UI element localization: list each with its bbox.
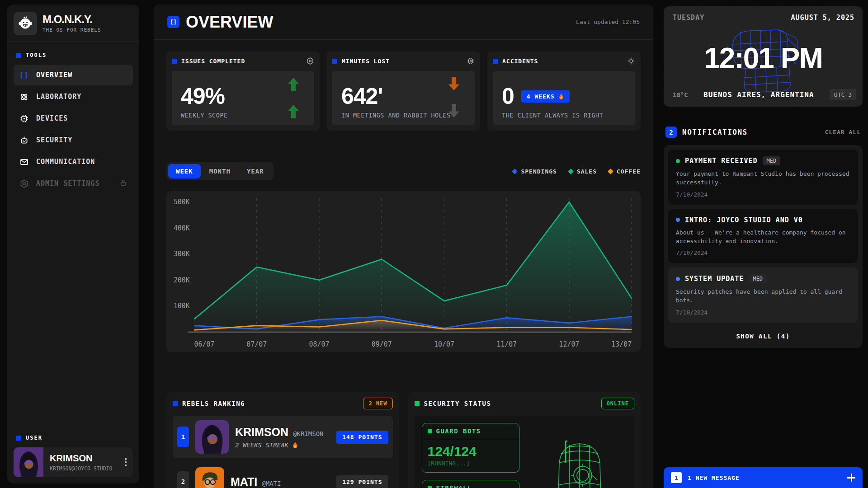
card-bullet <box>332 59 337 64</box>
sidebar-item-label: DEVICES <box>36 114 68 122</box>
user-email: KRIMSON@JOYCO.STUDIO <box>50 465 118 472</box>
svg-text:06/07: 06/07 <box>194 340 215 348</box>
lock-icon <box>119 178 127 189</box>
notification-body: Security patches have been applied to al… <box>676 288 850 305</box>
plus-icon[interactable] <box>847 474 855 482</box>
legend-sales[interactable]: SALES <box>569 168 597 175</box>
avatar <box>195 467 224 488</box>
section-title: SECURITY STATUS <box>424 400 491 407</box>
svg-text:12/07: 12/07 <box>559 340 580 348</box>
main-header: [] OVERVIEW Last updated 12:05 <box>154 5 653 40</box>
sidebar: M.O.N.K.Y. THE OS FOR REBELS TOOLS [] OV… <box>7 5 139 483</box>
stat-card-minutes: MINUTES LOST 642' IN MEETINGS AND RABBIT… <box>327 52 480 131</box>
rank-badge: 1 <box>177 427 189 447</box>
chip-gear-icon[interactable] <box>467 57 475 65</box>
last-updated: Last updated 12:05 <box>576 19 640 25</box>
security-panel: GUARD BOTS 124/124 [RUNNING...] FIREWALL <box>415 416 635 488</box>
tab-week[interactable]: WEEK <box>168 164 201 178</box>
sidebar-item-label: ADMIN SETTINGS <box>36 179 99 188</box>
module-label: GUARD BOTS <box>436 427 481 435</box>
stat-cards-row: ISSUES COMPLETED 49% WEEKLY SCOPE <box>166 52 641 131</box>
clock-card: TUESDAY AUGUST 5, 2025 12:01 PM 18°C BUE… <box>664 6 863 107</box>
tools-section-label: TOOLS <box>16 52 133 58</box>
user-card[interactable]: KRIMSON KRIMSON@JOYCO.STUDIO <box>14 447 133 477</box>
stat-value: 0 <box>502 85 514 108</box>
module-state: [RUNNING...] <box>422 460 519 472</box>
section-bullet <box>16 436 21 441</box>
rebel-handle: @KRIMSON <box>293 430 323 437</box>
new-count-badge: 2 NEW <box>363 398 392 409</box>
online-status-badge: ONLINE <box>601 398 634 409</box>
user-menu-dots-icon[interactable] <box>118 458 133 466</box>
sidebar-item-security[interactable]: SECURITY <box>14 130 133 150</box>
section-bullet <box>415 401 420 406</box>
trend-up-arrows-icon <box>283 71 303 125</box>
message-count-badge: 1 <box>671 472 682 483</box>
app-tagline: THE OS FOR REBELS <box>42 27 101 33</box>
notification-title: PAYMENT RECEIVED <box>685 157 758 165</box>
legend-spendings[interactable]: SPENDINGS <box>513 168 557 175</box>
brackets-icon: [] <box>19 71 29 79</box>
module-bullet <box>428 429 432 433</box>
avatar <box>14 447 43 477</box>
sidebar-item-communication[interactable]: COMMUNICATION <box>14 151 133 172</box>
chip-icon <box>19 114 29 123</box>
spend-sales-chart: 100K200K300K400K500K06/0707/0708/0709/07… <box>166 191 641 352</box>
date: AUGUST 5, 2025 <box>791 14 854 22</box>
notification-date: 7/10/2024 <box>676 249 850 256</box>
flame-icon <box>558 93 564 100</box>
sidebar-item-label: LABORATORY <box>36 93 81 101</box>
new-message-bar[interactable]: 1 1 NEW MESSAGE <box>664 467 863 488</box>
overview-brackets-icon: [] <box>167 16 179 28</box>
stat-title: ISSUES COMPLETED <box>181 58 245 65</box>
stat-card-accidents: ACCIDENTS 0 4 WEEKS <box>487 52 641 131</box>
notification-item[interactable]: SYSTEM UPDATE MED Security patches have … <box>668 267 858 323</box>
tab-month[interactable]: MONTH <box>202 164 238 178</box>
tools-nav: TOOLS [] OVERVIEW LABORATORY <box>7 42 139 195</box>
app-logo: M.O.N.K.Y. THE OS FOR REBELS <box>7 5 139 42</box>
module-label: FIREWALL <box>436 484 472 488</box>
range-tabs: WEEK MONTH YEAR <box>166 162 274 180</box>
atom-icon <box>19 92 29 102</box>
notifications-header: 2 NOTIFICATIONS CLEAR ALL <box>664 127 863 138</box>
diamond-icon <box>512 169 518 174</box>
mail-icon <box>19 157 29 167</box>
show-all-button[interactable]: SHOW ALL (4) <box>668 327 858 343</box>
svg-text:13/07: 13/07 <box>611 340 632 348</box>
sidebar-item-overview[interactable]: [] OVERVIEW <box>14 65 133 85</box>
trend-down-arrows-icon <box>444 71 464 125</box>
status-dot <box>676 159 680 163</box>
tab-year[interactable]: YEAR <box>239 164 272 178</box>
sidebar-item-devices[interactable]: DEVICES <box>14 108 133 129</box>
notifications-title: NOTIFICATIONS <box>682 128 748 136</box>
user-section-label: USER <box>16 435 133 441</box>
burst-gear-icon[interactable] <box>627 57 635 65</box>
app-name: M.O.N.K.Y. <box>42 14 101 25</box>
status-dot <box>676 218 680 222</box>
hex-gear-icon[interactable] <box>306 57 314 65</box>
stat-title: MINUTES LOST <box>342 58 390 65</box>
sidebar-item-label: OVERVIEW <box>36 71 72 79</box>
chart-legend: SPENDINGS SALES COFFEE <box>513 168 641 175</box>
rebel-name: KRIMSON <box>235 426 288 439</box>
rebels-ranking-section: REBELS RANKING 2 NEW 1 <box>166 392 399 488</box>
message-label: 1 NEW MESSAGE <box>688 474 740 481</box>
sidebar-item-label: SECURITY <box>36 136 72 144</box>
diamond-icon <box>568 169 574 174</box>
notification-body: Your payment to Rampant Studio has been … <box>676 170 850 187</box>
level-badge: MED <box>763 156 781 165</box>
streak-line: 2 WEEKS STREAK <box>235 441 330 449</box>
ranking-row[interactable]: 1 KRIMSON @KRIMSON <box>173 416 393 458</box>
sidebar-item-laboratory[interactable]: LABORATORY <box>14 86 133 107</box>
notification-item[interactable]: PAYMENT RECEIVED MED Your payment to Ram… <box>668 150 858 205</box>
notifications-list: PAYMENT RECEIVED MED Your payment to Ram… <box>664 145 863 348</box>
chart-controls: WEEK MONTH YEAR SPENDINGS SALES COFFEE <box>166 162 641 180</box>
svg-text:08/07: 08/07 <box>309 340 330 348</box>
notification-item[interactable]: INTRO: JOYCO STUDIO AND V0 About us - We… <box>668 209 858 263</box>
firewall-module: FIREWALL <box>422 480 519 488</box>
svg-text:11/07: 11/07 <box>496 340 517 348</box>
ranking-row[interactable]: 2 <box>173 463 393 488</box>
sidebar-item-admin-settings[interactable]: ADMIN SETTINGS <box>14 173 133 194</box>
legend-coffee[interactable]: COFFEE <box>609 168 641 175</box>
clear-all-button[interactable]: CLEAR ALL <box>825 129 861 136</box>
